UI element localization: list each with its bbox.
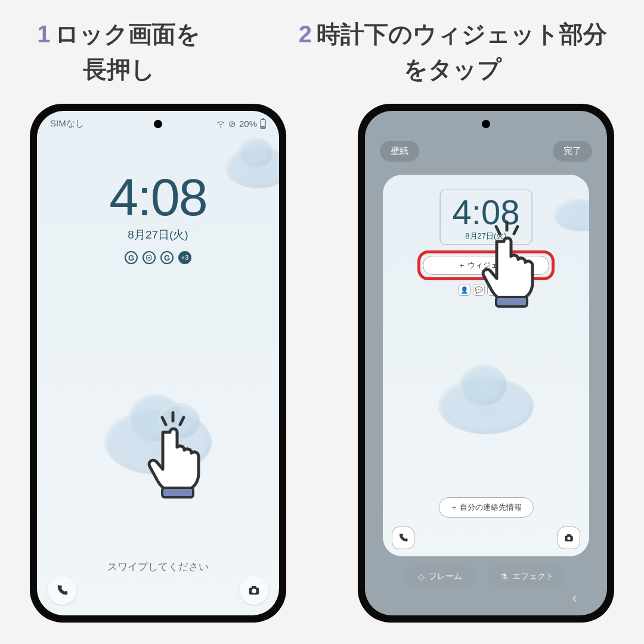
steps-header: 1ロック画面を 長押し 2時計下のウィジェット部分 をタップ <box>0 0 644 86</box>
widget-button-wrap: ＋ ウィジェット 👤 💬 📨 ▶ <box>383 250 589 296</box>
step-text-line1: 時計下のウィジェット部分 <box>317 21 607 47</box>
frame-label: フレーム <box>429 571 462 582</box>
wifi-icon <box>216 119 225 129</box>
battery-icon <box>260 119 266 129</box>
decorative-cloud <box>438 377 534 434</box>
add-contact-button[interactable]: ＋ 自分の連絡先情報 <box>439 497 534 518</box>
widget-slot-icon[interactable]: 📨 <box>487 284 499 296</box>
phone-frame-1: SIMなし ⊘ 20% 4:08 8月27日(火) G ☉ G +3 スワイプ <box>30 104 286 623</box>
phones-row: SIMなし ⊘ 20% 4:08 8月27日(火) G ☉ G +3 スワイプ <box>0 104 644 623</box>
status-right: ⊘ 20% <box>216 119 266 129</box>
widget-slot-icon[interactable]: 👤 <box>459 284 470 296</box>
widget-slot-icon[interactable]: 💬 <box>473 284 485 296</box>
decorative-cloud <box>104 409 212 475</box>
svg-rect-2 <box>252 586 256 589</box>
frame-button[interactable]: ◇ フレーム <box>405 566 475 587</box>
frame-icon: ◇ <box>418 572 425 581</box>
unlock-hint: スワイプしてください <box>37 560 279 574</box>
step-text-line2: 長押し <box>37 53 200 86</box>
highlight-box: ＋ ウィジェット <box>417 250 555 280</box>
widget-badge: ☉ <box>143 251 156 264</box>
phone-icon <box>55 584 69 597</box>
nav-back[interactable]: ‹ <box>572 589 577 607</box>
decorative-cloud <box>553 199 589 231</box>
lock-screen[interactable]: SIMなし ⊘ 20% 4:08 8月27日(火) G ☉ G +3 スワイプ <box>37 111 279 615</box>
front-camera-notch <box>154 120 162 128</box>
front-camera-notch <box>482 120 490 128</box>
phone-frame-2: 壁紙 完了 4:08 8月27日(火) ＋ ウィジェット 👤 💬 <box>358 104 614 623</box>
add-widget-button[interactable]: ＋ ウィジェット <box>423 256 549 275</box>
battery-pct: 20% <box>239 119 257 129</box>
step-text-line2: をタップ <box>299 53 607 86</box>
lock-screen-editor: 壁紙 完了 4:08 8月27日(火) ＋ ウィジェット 👤 💬 <box>365 111 607 615</box>
step-number: 1 <box>37 21 50 47</box>
widget-badge: G <box>125 251 138 264</box>
svg-point-1 <box>252 589 256 593</box>
phone-shortcut-button[interactable] <box>48 576 76 605</box>
time: 4:08 <box>453 195 520 230</box>
widget-badges-row: G ☉ G +3 <box>37 251 279 264</box>
date: 8月27日(火) <box>37 227 279 243</box>
effect-button[interactable]: ⚗ エフェクト <box>487 566 567 587</box>
sim-status: SIMなし <box>50 118 84 129</box>
phone-shortcut-editable[interactable] <box>392 527 414 549</box>
effect-label: エフェクト <box>512 571 554 582</box>
editor-bottom-bar: ◇ フレーム ⚗ エフェクト <box>365 566 607 587</box>
phone-icon <box>398 532 408 543</box>
wallpaper-button[interactable]: 壁紙 <box>380 141 419 162</box>
clock-editable-block[interactable]: 4:08 8月27日(火) <box>440 190 532 244</box>
widget-icon-row: 👤 💬 📨 ▶ <box>383 284 589 296</box>
done-button[interactable]: 完了 <box>553 141 592 162</box>
nosignal-icon: ⊘ <box>228 119 236 129</box>
editor-preview-card[interactable]: 4:08 8月27日(火) ＋ ウィジェット 👤 💬 📨 ▶ ＋ 自分の連絡先情… <box>383 175 589 556</box>
camera-icon <box>564 532 574 543</box>
widget-slot-icon[interactable]: ▶ <box>501 284 513 296</box>
camera-icon <box>247 584 261 597</box>
camera-shortcut-button[interactable] <box>240 576 268 605</box>
camera-shortcut-editable[interactable] <box>558 527 580 549</box>
svg-rect-5 <box>567 534 571 536</box>
widget-badge-more: +3 <box>178 251 191 264</box>
step-number: 2 <box>299 21 312 47</box>
svg-point-4 <box>567 537 570 540</box>
widget-badge: G <box>160 251 174 264</box>
step-2: 2時計下のウィジェット部分 をタップ <box>299 18 607 86</box>
step-text-line1: ロック画面を <box>55 21 200 47</box>
step-1: 1ロック画面を 長押し <box>37 18 200 86</box>
date: 8月27日(火) <box>453 231 520 242</box>
effect-icon: ⚗ <box>500 572 508 581</box>
